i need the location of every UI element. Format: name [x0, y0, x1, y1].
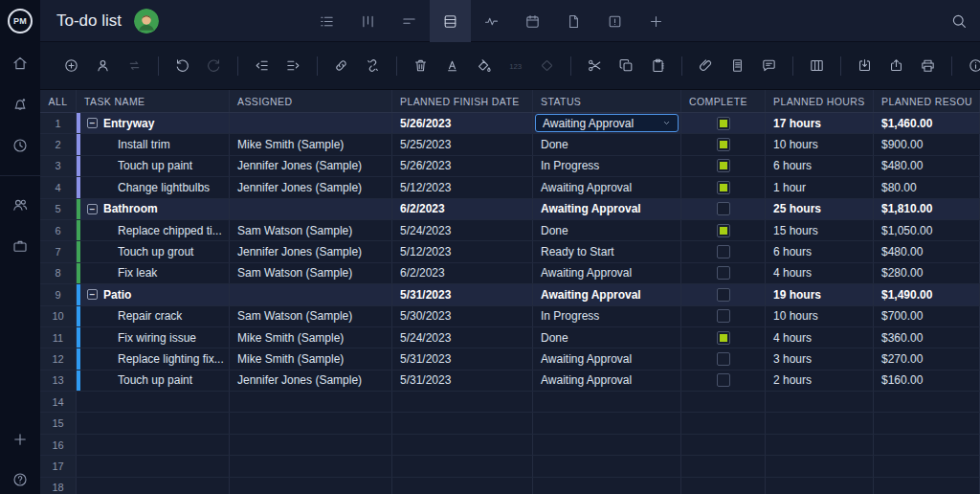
assigned-cell[interactable] — [230, 413, 392, 433]
planned-hours-cell[interactable]: 6 hours — [766, 156, 874, 176]
planned-finish-date-cell[interactable]: 5/30/2023 — [392, 306, 533, 326]
milestone-button[interactable] — [536, 55, 559, 78]
planned-finish-date-cell[interactable]: 6/2/2023 — [392, 199, 533, 219]
complete-checkbox[interactable] — [717, 373, 730, 387]
status-cell[interactable]: Done — [533, 134, 681, 154]
task-name-cell[interactable]: −Patio — [77, 284, 230, 304]
planned-finish-date-cell[interactable]: 5/24/2023 — [392, 220, 533, 240]
column-header-planned-finish-date[interactable]: PLANNED FINISH DATE — [392, 90, 533, 112]
complete-checkbox[interactable] — [717, 309, 730, 323]
task-name-cell[interactable] — [77, 392, 230, 412]
delete-button[interactable] — [410, 55, 433, 78]
planned-resources-cell[interactable] — [874, 392, 980, 412]
task-name-cell[interactable] — [77, 478, 230, 494]
complete-cell[interactable] — [681, 435, 766, 455]
assigned-cell[interactable]: Sam Watson (Sample) — [230, 306, 392, 326]
status-cell[interactable]: Awaiting Approval — [533, 177, 681, 197]
status-cell[interactable] — [533, 456, 681, 476]
planned-resources-cell[interactable]: $1,490.00 — [874, 284, 980, 304]
task-name-cell[interactable]: Replace lighting fix... — [77, 348, 230, 369]
planned-finish-date-cell[interactable] — [392, 413, 533, 433]
status-cell[interactable]: In Progress — [533, 306, 681, 326]
assigned-cell[interactable]: Mike Smith (Sample) — [230, 134, 392, 154]
sidebar-item-projects[interactable] — [0, 237, 40, 255]
cut-button[interactable] — [584, 55, 607, 78]
task-name-cell[interactable]: Fix wiring issue — [77, 327, 230, 348]
print-button[interactable] — [917, 55, 940, 78]
sidebar-item-home[interactable] — [0, 55, 40, 72]
assigned-cell[interactable]: Sam Watson (Sample) — [230, 263, 392, 283]
planned-hours-cell[interactable]: 4 hours — [766, 263, 874, 283]
export-button[interactable] — [885, 55, 908, 78]
planned-finish-date-cell[interactable]: 5/26/2023 — [392, 113, 533, 133]
number-format-button[interactable] — [504, 55, 527, 78]
planned-hours-cell[interactable]: 17 hours — [766, 113, 874, 133]
comment-button[interactable] — [758, 55, 781, 78]
columns-button[interactable] — [806, 55, 829, 78]
outdent-button[interactable] — [251, 55, 274, 78]
complete-cell[interactable] — [681, 413, 766, 433]
status-cell[interactable]: Awaiting Approval — [533, 263, 681, 283]
planned-resources-cell[interactable]: $1,810.00 — [874, 199, 980, 219]
planned-hours-cell[interactable]: 3 hours — [766, 348, 874, 369]
column-header-planned-resou[interactable]: PLANNED RESOU — [874, 90, 980, 112]
import-button[interactable] — [854, 55, 877, 78]
assigned-cell[interactable]: Mike Smith (Sample) — [230, 348, 392, 369]
tab-calendar-view[interactable] — [512, 0, 553, 42]
tab-sheet-view[interactable] — [430, 0, 471, 42]
status-cell[interactable] — [533, 478, 681, 494]
complete-checkbox[interactable] — [717, 181, 730, 194]
status-cell[interactable]: Awaiting Approval — [533, 284, 681, 304]
assigned-cell[interactable]: Jennifer Jones (Sample) — [230, 370, 392, 391]
status-cell[interactable]: Done — [533, 327, 681, 348]
paste-button[interactable] — [647, 55, 670, 78]
planned-resources-cell[interactable]: $1,050.00 — [874, 220, 980, 240]
assign-button[interactable] — [92, 55, 115, 78]
planned-hours-cell[interactable] — [766, 413, 874, 433]
planned-resources-cell[interactable]: $480.00 — [874, 156, 980, 176]
complete-checkbox[interactable] — [717, 331, 730, 345]
task-name-cell[interactable]: Replace chipped ti... — [77, 220, 230, 240]
row-number[interactable]: 14 — [40, 392, 77, 412]
planned-resources-cell[interactable] — [874, 456, 980, 476]
planned-resources-cell[interactable]: $700.00 — [874, 306, 980, 326]
info-button[interactable] — [965, 55, 980, 78]
planned-hours-cell[interactable] — [766, 456, 874, 476]
assigned-cell[interactable] — [230, 284, 392, 304]
status-dropdown[interactable]: Awaiting Approval — [535, 114, 679, 132]
planned-finish-date-cell[interactable]: 6/2/2023 — [392, 263, 533, 283]
row-number[interactable]: 7 — [40, 241, 77, 261]
sidebar-item-team[interactable] — [0, 196, 40, 213]
assigned-cell[interactable] — [230, 113, 392, 133]
planned-hours-cell[interactable]: 2 hours — [766, 370, 874, 391]
task-name-cell[interactable] — [77, 456, 230, 476]
row-number[interactable]: 16 — [40, 435, 77, 455]
task-name-cell[interactable]: −Bathroom — [77, 199, 230, 219]
complete-cell[interactable] — [681, 392, 766, 412]
task-name-cell[interactable]: Touch up grout — [77, 241, 230, 261]
status-cell[interactable] — [533, 413, 681, 433]
row-number[interactable]: 3 — [40, 156, 77, 176]
column-header-assigned[interactable]: ASSIGNED — [230, 90, 392, 112]
planned-finish-date-cell[interactable]: 5/24/2023 — [392, 327, 533, 348]
planned-resources-cell[interactable]: $360.00 — [874, 327, 980, 348]
fill-color-button[interactable] — [473, 55, 496, 78]
planned-hours-cell[interactable] — [766, 435, 874, 455]
planned-hours-cell[interactable]: 1 hour — [766, 177, 874, 197]
complete-cell[interactable] — [681, 478, 766, 494]
row-number[interactable]: 10 — [40, 306, 77, 326]
row-number[interactable]: 9 — [40, 284, 77, 304]
planned-resources-cell[interactable] — [874, 435, 980, 455]
planned-finish-date-cell[interactable]: 5/31/2023 — [392, 284, 533, 304]
row-number[interactable]: 15 — [40, 413, 77, 433]
tab-add-view[interactable] — [635, 0, 677, 42]
link-tasks-button[interactable] — [330, 55, 353, 78]
complete-cell[interactable] — [681, 456, 766, 476]
column-header-complete[interactable]: COMPLETE — [681, 90, 766, 112]
status-cell[interactable] — [533, 435, 681, 455]
complete-checkbox[interactable] — [717, 245, 730, 258]
tab-activity-view[interactable] — [471, 0, 512, 42]
planned-resources-cell[interactable]: $480.00 — [874, 241, 980, 261]
status-cell[interactable]: Awaiting Approval — [533, 348, 681, 369]
column-header-status[interactable]: STATUS — [533, 90, 681, 112]
